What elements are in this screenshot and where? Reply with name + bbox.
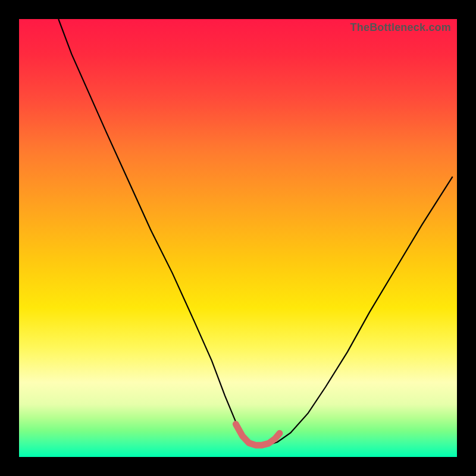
curve-svg bbox=[19, 19, 457, 457]
chart-frame: TheBottleneck.com bbox=[0, 0, 476, 476]
plot-area: TheBottleneck.com bbox=[19, 19, 457, 457]
main-curve bbox=[58, 19, 452, 444]
bottom-marker bbox=[236, 424, 280, 445]
